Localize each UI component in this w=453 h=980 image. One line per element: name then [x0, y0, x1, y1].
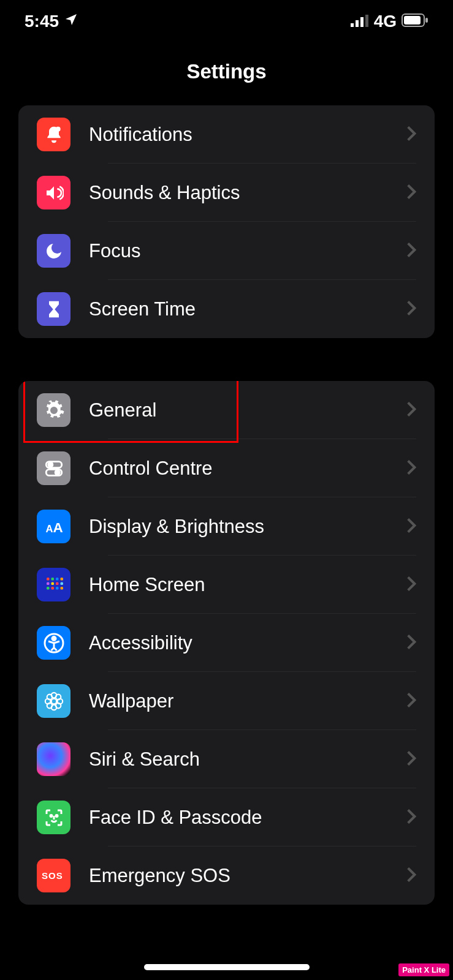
row-label: Focus [89, 240, 406, 262]
svg-rect-5 [404, 16, 421, 24]
sos-icon: SOS [37, 859, 70, 892]
chevron-right-icon [406, 459, 416, 478]
chevron-right-icon [406, 633, 416, 653]
row-faceid[interactable]: Face ID & Passcode [18, 788, 435, 846]
page-title: Settings [0, 60, 453, 83]
chevron-right-icon [406, 866, 416, 886]
svg-rect-15 [51, 578, 54, 581]
svg-rect-1 [356, 20, 359, 27]
accessibility-icon [37, 626, 70, 660]
gear-icon [37, 393, 70, 427]
svg-text:A: A [45, 523, 53, 534]
row-homescreen[interactable]: Home Screen [18, 556, 435, 614]
row-label: Display & Brightness [89, 516, 406, 538]
chevron-right-icon [406, 808, 416, 827]
face-icon [37, 801, 70, 834]
svg-rect-17 [60, 578, 63, 581]
svg-point-7 [55, 126, 60, 131]
hourglass-icon [37, 292, 70, 326]
row-label: Wallpaper [89, 690, 406, 712]
svg-point-9 [48, 462, 52, 467]
battery-icon [402, 12, 428, 31]
row-label: Siri & Search [89, 748, 406, 771]
svg-point-38 [56, 815, 58, 816]
svg-text:A: A [53, 520, 63, 535]
status-right: 4G [351, 12, 428, 31]
chevron-right-icon [406, 401, 416, 420]
svg-point-11 [55, 470, 59, 474]
row-sounds[interactable]: Sounds & Haptics [18, 164, 435, 222]
svg-rect-6 [425, 18, 428, 23]
page-header: Settings [0, 43, 453, 105]
svg-rect-22 [47, 587, 50, 590]
status-bar: 5:45 4G [0, 0, 453, 43]
bell-icon [37, 118, 70, 151]
svg-rect-16 [56, 578, 59, 581]
row-label: Accessibility [89, 632, 406, 654]
row-focus[interactable]: Focus [18, 222, 435, 280]
chevron-right-icon [406, 575, 416, 595]
row-general[interactable]: General [18, 381, 435, 439]
speaker-icon [37, 176, 70, 209]
svg-rect-24 [56, 587, 59, 590]
chevron-right-icon [406, 750, 416, 769]
row-notifications[interactable]: Notifications [18, 105, 435, 164]
chevron-right-icon [406, 300, 416, 319]
svg-rect-23 [51, 587, 54, 590]
settings-group-1: Notifications Sounds & Haptics Focus Scr… [18, 105, 435, 338]
siri-icon [37, 742, 70, 776]
row-label: Notifications [89, 124, 406, 146]
row-controlcentre[interactable]: Control Centre [18, 439, 435, 497]
row-label: Emergency SOS [89, 865, 406, 887]
svg-rect-14 [47, 578, 50, 581]
network-label: 4G [374, 12, 397, 31]
row-label: Face ID & Passcode [89, 807, 406, 829]
flower-icon [37, 684, 70, 718]
moon-icon [37, 234, 70, 268]
svg-point-27 [52, 636, 56, 640]
svg-rect-19 [51, 582, 54, 585]
row-label: Sounds & Haptics [89, 182, 406, 204]
chevron-right-icon [406, 692, 416, 711]
row-sos[interactable]: SOS Emergency SOS [18, 846, 435, 905]
row-siri[interactable]: Siri & Search [18, 730, 435, 788]
chevron-right-icon [406, 125, 416, 145]
settings-group-2: General Control Centre AA Display & Brig… [18, 381, 435, 905]
svg-rect-21 [60, 582, 63, 585]
location-icon [64, 12, 78, 31]
row-accessibility[interactable]: Accessibility [18, 614, 435, 672]
svg-rect-3 [365, 15, 368, 27]
textsize-icon: AA [37, 510, 70, 543]
svg-text:SOS: SOS [42, 870, 63, 881]
home-indicator[interactable] [144, 964, 310, 970]
chevron-right-icon [406, 241, 416, 261]
row-wallpaper[interactable]: Wallpaper [18, 672, 435, 730]
signal-icon [351, 12, 369, 31]
status-left: 5:45 [25, 12, 78, 31]
row-label: General [89, 399, 406, 421]
svg-rect-18 [47, 582, 50, 585]
row-screentime[interactable]: Screen Time [18, 280, 435, 338]
chevron-right-icon [406, 183, 416, 203]
row-label: Home Screen [89, 574, 406, 596]
switches-icon [37, 451, 70, 485]
svg-rect-2 [360, 17, 364, 27]
svg-rect-20 [56, 582, 59, 585]
chevron-right-icon [406, 517, 416, 537]
svg-point-28 [51, 698, 56, 704]
watermark: Paint X Lite [398, 963, 449, 976]
svg-rect-25 [60, 587, 63, 590]
row-display[interactable]: AA Display & Brightness [18, 497, 435, 556]
row-label: Screen Time [89, 298, 406, 320]
apps-grid-icon [37, 568, 70, 601]
status-time: 5:45 [25, 12, 59, 31]
row-label: Control Centre [89, 458, 406, 480]
svg-point-37 [50, 815, 52, 816]
svg-rect-0 [351, 23, 354, 27]
